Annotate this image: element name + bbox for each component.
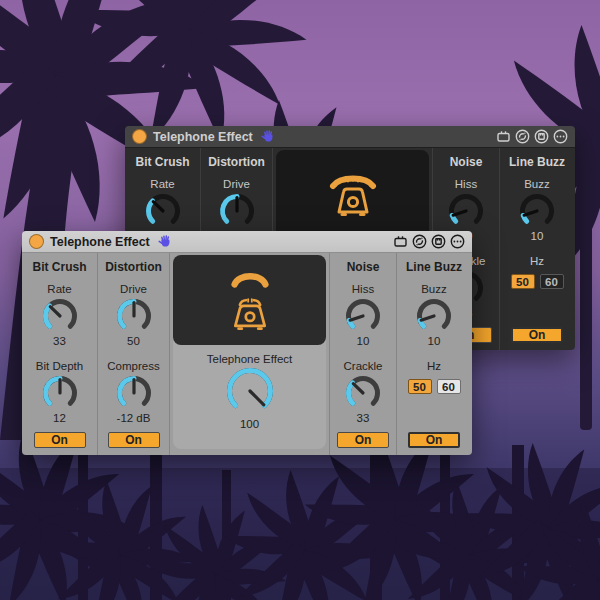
hiss-knob[interactable] [345, 298, 381, 334]
buzz-knob[interactable] [519, 193, 555, 229]
knob-label: Buzz [524, 178, 550, 191]
section-bit-crush: Bit Crush Rate 33 Bit Depth 12 On [22, 253, 98, 455]
rate-knob[interactable] [42, 298, 78, 334]
knob-label: Hiss [455, 178, 477, 191]
hz-50-button[interactable]: 50 [408, 379, 432, 394]
knob-label: Crackle [344, 360, 383, 373]
noise-on-button[interactable]: On [337, 432, 389, 448]
section-title: Distortion [208, 155, 265, 169]
knob-label: Rate [47, 283, 71, 296]
section-line-buzz: Line Buzz Buzz 10 Hz 50 60 On [500, 148, 574, 350]
device-title: Telephone Effect [153, 130, 253, 144]
knob-value: 10 [531, 230, 544, 243]
hand-drag-icon [158, 234, 173, 249]
section-noise: Noise Hiss 10 Crackle 33 On [330, 253, 397, 455]
knob-value: 33 [357, 412, 370, 425]
rate-knob[interactable] [145, 193, 181, 229]
knob-label: Bit Depth [36, 360, 83, 373]
bit-crush-on-button[interactable]: On [34, 432, 86, 448]
knob-value: 33 [53, 335, 66, 348]
knob-label: Buzz [421, 283, 447, 296]
main-knob-label: Telephone Effect [170, 353, 329, 366]
bit-depth-knob[interactable] [42, 375, 78, 411]
device-activator-toggle[interactable] [132, 129, 147, 144]
line-buzz-on-button[interactable]: On [511, 327, 563, 343]
drive-knob[interactable] [219, 193, 255, 229]
knob-label: Drive [223, 178, 250, 191]
knob-label: Rate [150, 178, 174, 191]
telephone-down-icon [327, 173, 379, 217]
knob-label: Drive [120, 283, 147, 296]
device-titlebar[interactable]: Telephone Effect [22, 231, 472, 253]
telephone-display [173, 255, 326, 345]
routing-icon[interactable] [393, 234, 408, 249]
crackle-knob[interactable] [345, 375, 381, 411]
main-knob-value: 100 [170, 418, 329, 430]
knob-label: Hiss [352, 283, 374, 296]
hz-60-button[interactable]: 60 [540, 274, 564, 289]
device-body: Bit Crush Rate 33 Bit Depth 12 On Distor… [22, 253, 472, 455]
hand-drag-icon [261, 129, 276, 144]
compress-knob[interactable] [116, 375, 152, 411]
screenshot-stage: Telephone Effect [0, 0, 600, 600]
telephone-base-icon [228, 296, 272, 332]
device-titlebar[interactable]: Telephone Effect [125, 126, 575, 148]
hiss-knob[interactable] [448, 193, 484, 229]
section-title: Distortion [105, 260, 162, 274]
section-title: Line Buzz [509, 155, 565, 169]
titlebar-icons [496, 129, 568, 144]
section-telephone: Telephone Effect 100 [170, 253, 330, 455]
save-preset-icon[interactable] [431, 234, 446, 249]
knob-value: 12 [53, 412, 66, 425]
section-title: Noise [347, 260, 380, 274]
distortion-on-button[interactable]: On [108, 432, 160, 448]
telephone-display [276, 150, 429, 240]
hot-swap-icon[interactable] [412, 234, 427, 249]
device-window-front: Telephone Effect [22, 231, 472, 455]
hot-swap-icon[interactable] [515, 129, 530, 144]
knob-value: 10 [428, 335, 441, 348]
buzz-knob[interactable] [416, 298, 452, 334]
section-title: Bit Crush [136, 155, 190, 169]
section-distortion: Distortion Drive 50 Compress -12 dB On [98, 253, 170, 455]
device-title: Telephone Effect [50, 235, 150, 249]
section-title: Line Buzz [406, 260, 462, 274]
hz-label: Hz [427, 360, 441, 373]
section-title: Bit Crush [33, 260, 87, 274]
titlebar-icons [393, 234, 465, 249]
hz-50-button[interactable]: 50 [511, 274, 535, 289]
knob-value: 10 [357, 335, 370, 348]
knob-value: -12 dB [117, 412, 151, 425]
hz-60-button[interactable]: 60 [437, 379, 461, 394]
telephone-effect-knob[interactable] [226, 367, 274, 415]
hz-selector: Hz 50 60 [408, 360, 461, 394]
more-options-icon[interactable] [450, 234, 465, 249]
section-title: Noise [450, 155, 483, 169]
knob-value: 50 [127, 335, 140, 348]
hz-selector: Hz 50 60 [511, 255, 564, 289]
knob-label: Compress [107, 360, 159, 373]
hz-label: Hz [530, 255, 544, 268]
save-preset-icon[interactable] [534, 129, 549, 144]
drive-knob[interactable] [116, 298, 152, 334]
device-activator-toggle[interactable] [29, 234, 44, 249]
section-line-buzz: Line Buzz Buzz 10 Hz 50 60 On [397, 253, 471, 455]
routing-icon[interactable] [496, 129, 511, 144]
handset-lifted-icon [227, 269, 273, 289]
more-options-icon[interactable] [553, 129, 568, 144]
line-buzz-on-button[interactable]: On [408, 432, 460, 448]
